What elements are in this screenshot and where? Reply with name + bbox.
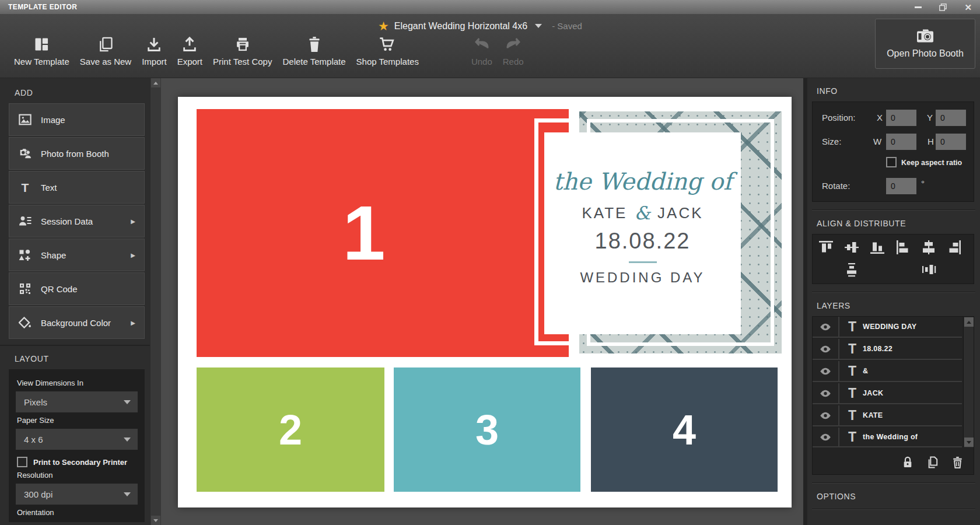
eye-icon	[820, 390, 831, 397]
layer-label: KATE	[863, 411, 883, 419]
import-button[interactable]: Import	[142, 34, 167, 66]
add-item-label: Background Color	[41, 318, 111, 328]
align-middle-icon	[844, 240, 859, 255]
shop-templates-button[interactable]: Shop Templates	[356, 34, 419, 66]
layers-section-title: LAYERS	[817, 301, 980, 310]
eye-icon	[820, 412, 831, 419]
undo-button[interactable]: Undo	[471, 34, 492, 66]
layer-visibility-toggle[interactable]	[813, 383, 839, 403]
size-w-input[interactable]: 0	[886, 134, 916, 150]
minimize-button[interactable]	[915, 6, 922, 8]
align-bottom-button[interactable]	[869, 239, 886, 256]
layers-scroll-down-button[interactable]	[964, 438, 974, 447]
new-template-button[interactable]: New Template	[14, 34, 69, 66]
duplicate-layer-icon[interactable]	[927, 456, 938, 468]
layer-row[interactable]: T 18.08.22	[813, 339, 962, 360]
save-as-new-button[interactable]: Save as New	[80, 34, 131, 66]
align-middle-button[interactable]	[843, 239, 860, 256]
export-button[interactable]: Export	[177, 34, 202, 66]
slot-number: 3	[475, 406, 499, 454]
toolbar-label: Save as New	[80, 57, 131, 66]
delete-layer-icon[interactable]	[952, 456, 963, 468]
position-y-input[interactable]: 0	[936, 110, 966, 126]
close-button[interactable]: ✕	[964, 3, 972, 12]
layers-scroll-up-button[interactable]	[964, 317, 974, 327]
layer-visibility-toggle[interactable]	[813, 339, 839, 359]
add-session-data-button[interactable]: Session Data ▶	[9, 205, 145, 237]
card-name-kate[interactable]: KATE	[582, 204, 627, 222]
text-layer-icon: T	[848, 387, 856, 400]
align-top-button[interactable]	[817, 239, 835, 256]
photo-slot-4[interactable]: 4	[591, 368, 778, 492]
layers-scrollbar[interactable]	[963, 317, 974, 447]
photo-slot-1[interactable]: 1	[197, 109, 569, 357]
layer-label: JACK	[863, 389, 883, 397]
layer-row[interactable]: T KATE	[813, 405, 962, 426]
add-item-label: Image	[41, 115, 65, 125]
right-sidebar: INFO Position: X 0 Y 0 Size: W 0 H 0 Kee…	[803, 78, 980, 525]
maximize-icon	[939, 4, 947, 11]
delete-template-button[interactable]: Delete Template	[282, 34, 345, 66]
add-item-label: QR Code	[41, 284, 78, 294]
photo-slot-3[interactable]: 3	[394, 368, 580, 492]
scroll-up-button[interactable]	[151, 78, 160, 88]
position-x-input[interactable]: 0	[886, 110, 916, 126]
open-photo-booth-button[interactable]: Open Photo Booth	[875, 19, 975, 69]
align-right-button[interactable]	[946, 239, 963, 256]
add-background-color-button[interactable]: Background Color ▶	[9, 306, 145, 339]
maximize-button[interactable]	[939, 4, 947, 11]
add-photo-from-booth-button[interactable]: Photo from Booth	[9, 137, 145, 170]
card-footer-text[interactable]: WEDDING DAY	[580, 270, 705, 286]
layer-visibility-toggle[interactable]	[813, 317, 839, 337]
eye-icon	[820, 323, 831, 331]
add-section-title: ADD	[15, 88, 150, 97]
add-text-button[interactable]: T Text	[9, 171, 145, 204]
redo-button[interactable]: Redo	[503, 34, 524, 66]
card-name-jack[interactable]: JACK	[657, 204, 703, 222]
wedding-card[interactable]: the Wedding of KATE & JACK 18.08.22 WEDD…	[544, 132, 741, 334]
card-divider-line	[629, 261, 657, 263]
layer-row[interactable]: T the Wedding of	[813, 428, 962, 447]
add-image-button[interactable]: Image	[9, 103, 145, 136]
layer-visibility-toggle[interactable]	[813, 361, 839, 381]
keep-aspect-ratio-checkbox[interactable]	[886, 157, 897, 167]
canvas-workspace: 1 the Wedding of KATE & JACK 18.08.22 WE…	[161, 78, 803, 525]
image-icon	[18, 114, 32, 125]
add-qr-code-button[interactable]: QR Code	[9, 272, 145, 305]
left-panel-scrollbar[interactable]	[150, 78, 161, 525]
camera-icon	[915, 29, 936, 44]
frame-bracket-top	[534, 118, 569, 123]
layer-row[interactable]: T JACK	[813, 383, 962, 404]
triangle-down-icon	[153, 519, 158, 522]
add-item-label: Text	[41, 183, 57, 192]
distribute-vertical-button[interactable]	[843, 261, 860, 278]
paper-size-select[interactable]: 4 x 6	[16, 429, 138, 450]
align-left-button[interactable]	[894, 239, 912, 256]
template-page[interactable]: 1 the Wedding of KATE & JACK 18.08.22 WE…	[178, 97, 792, 508]
layer-visibility-toggle[interactable]	[813, 428, 839, 446]
add-shape-button[interactable]: Shape ▶	[9, 239, 145, 271]
layer-visibility-toggle[interactable]	[813, 405, 839, 425]
size-h-input[interactable]: 0	[936, 134, 966, 150]
card-date-text[interactable]: 18.08.22	[595, 228, 691, 254]
layer-row[interactable]: T WEDDING DAY	[813, 317, 962, 338]
align-center-button[interactable]	[920, 239, 937, 256]
distribute-horizontal-button[interactable]	[920, 261, 937, 278]
template-name[interactable]: Elegant Wedding Horizontal 4x6	[394, 21, 527, 32]
print-test-copy-button[interactable]: Print Test Copy	[213, 34, 272, 66]
slot-number: 4	[673, 406, 696, 454]
card-ampersand[interactable]: &	[634, 204, 650, 222]
scroll-down-button[interactable]	[151, 516, 160, 525]
submenu-arrow-icon: ▶	[131, 218, 135, 225]
chevron-down-icon[interactable]	[535, 24, 542, 28]
resolution-select[interactable]: 300 dpi	[16, 484, 138, 505]
w-label: W	[873, 136, 881, 146]
layer-row[interactable]: T &	[813, 361, 962, 382]
template-selector[interactable]: ★ Elegant Wedding Horizontal 4x6 - Saved	[378, 20, 582, 32]
view-dimensions-select[interactable]: Pixels	[16, 391, 138, 412]
secondary-printer-checkbox[interactable]	[17, 457, 27, 467]
card-script-text[interactable]: the Wedding of	[553, 166, 732, 197]
lock-layer-icon[interactable]	[902, 456, 913, 468]
photo-slot-2[interactable]: 2	[197, 368, 384, 492]
rotate-input[interactable]: 0	[886, 178, 916, 194]
